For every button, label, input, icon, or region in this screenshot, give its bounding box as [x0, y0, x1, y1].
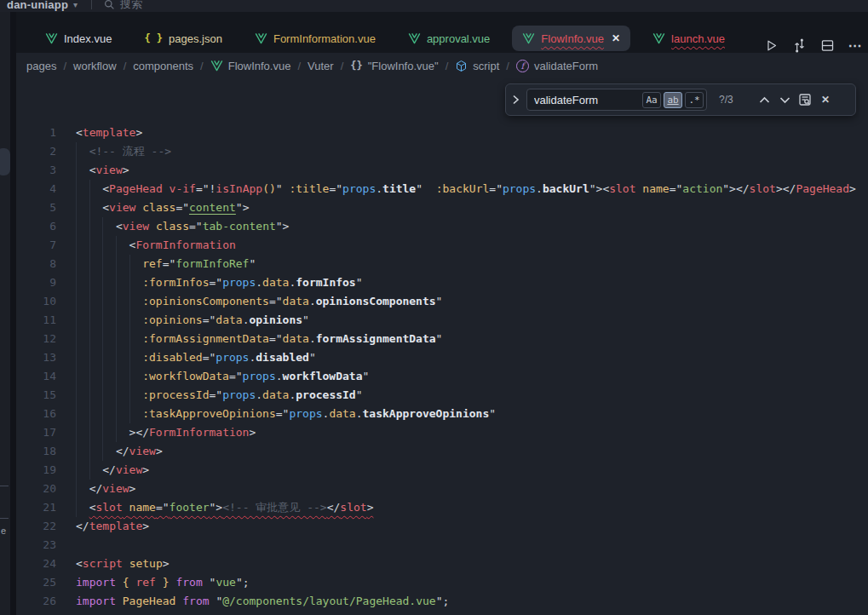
indent-guide — [76, 236, 89, 255]
code-line-2[interactable]: 2<!-- 流程 --> — [16, 142, 868, 161]
code-line-1[interactable]: 1<template> — [16, 124, 868, 142]
code-line-18[interactable]: 18</view> — [16, 442, 868, 461]
tab-pages.json[interactable]: { }pages.json — [134, 26, 233, 51]
code-line-20[interactable]: 20</view> — [16, 480, 868, 498]
token: =" — [189, 220, 203, 233]
breadcrumb-item-pages[interactable]: pages — [26, 60, 56, 72]
code-line-23[interactable]: 23 — [16, 536, 868, 555]
token: . — [256, 388, 262, 401]
code-line-11[interactable]: 11:opinions="data.opinions" — [16, 311, 868, 330]
token — [156, 576, 163, 589]
breadcrumb-item-workflow[interactable]: workflow — [73, 60, 117, 72]
token: =" — [276, 407, 290, 420]
breadcrumb-item-FlowInfo.vue[interactable]: {}"FlowInfo.vue" — [350, 60, 438, 72]
breadcrumb-separator: / — [297, 60, 301, 72]
code-line-19[interactable]: 19</view> — [16, 461, 868, 480]
token: action — [682, 182, 722, 195]
code-line-13[interactable]: 13:disabled="props.disabled" — [16, 348, 868, 367]
tab-approval.vue[interactable]: approval.vue — [398, 26, 500, 51]
code-tokens: :taskApproveOpinions="props.data.taskApp… — [142, 405, 496, 423]
breadcrumb-item-script[interactable]: script — [455, 60, 499, 72]
code-line-17[interactable]: 17></FormInformation> — [16, 423, 868, 442]
indent-guide — [116, 292, 129, 311]
tab-launch.vue[interactable]: launch.vue — [642, 26, 735, 51]
indent-guide — [116, 236, 129, 255]
more-actions-button[interactable]: ⋯ — [848, 37, 863, 53]
code-line-15[interactable]: 15:processId="props.data.processId" — [16, 386, 868, 405]
sidebar-selected-item[interactable] — [0, 148, 10, 175]
global-search[interactable]: 搜索 — [104, 0, 142, 12]
indent-guide — [102, 367, 116, 386]
close-find-button[interactable]: ✕ — [818, 92, 833, 107]
token: script — [83, 557, 123, 570]
match-case-toggle[interactable]: Aa — [642, 92, 661, 108]
code-line-12[interactable]: 12:formAssignmentData="data.formAssignme… — [16, 330, 868, 348]
token: > — [249, 426, 256, 439]
tab-FlowInfo.vue[interactable]: FlowInfo.vue✕ — [512, 26, 630, 51]
code-line-3[interactable]: 3<view> — [16, 161, 868, 180]
code-line-content: :formAssignmentData="data.formAssignment… — [76, 330, 442, 348]
code-line-content: :opinionsComponents="data.opinionsCompon… — [76, 292, 442, 311]
indent-guide — [76, 273, 89, 292]
tab-Index.vue[interactable]: Index.vue — [35, 26, 122, 51]
code-line-24[interactable]: 24<script setup> — [16, 555, 868, 573]
next-match-button[interactable] — [777, 92, 792, 107]
code-line-4[interactable]: 4<PageHead v-if="!isInApp()" :title="pro… — [16, 180, 868, 198]
code-line-26[interactable]: 26import PageHead from "@/components/lay… — [16, 592, 868, 611]
sidebar-sash[interactable] — [10, 12, 16, 615]
close-icon[interactable]: ✕ — [612, 32, 620, 44]
code-editor[interactable]: 1<template>2<!-- 流程 -->3<view>4<PageHead… — [16, 78, 868, 615]
breadcrumb-item-validateForm[interactable]: fvalidateForm — [516, 60, 598, 72]
code-line-5[interactable]: 5<view class="content"> — [16, 198, 868, 217]
breadcrumb-label: components — [133, 60, 193, 72]
code-line-8[interactable]: 8ref="formInfoRef" — [16, 255, 868, 273]
breadcrumb-item-Vuter[interactable]: Vuter — [308, 60, 334, 72]
run-button[interactable] — [763, 37, 779, 53]
breadcrumb-label: "FlowInfo.vue" — [368, 60, 439, 72]
code-line-21[interactable]: 21<slot name="footer"><!-- 审批意见 --></slo… — [16, 498, 868, 517]
indent-guide — [116, 423, 129, 442]
indent-guide — [129, 386, 143, 405]
indent-guide — [89, 405, 103, 423]
indent-guide — [76, 423, 89, 442]
token: :opinions — [142, 313, 202, 326]
code-line-6[interactable]: 6<view class="tab-content"> — [16, 217, 868, 236]
toggle-replace-button[interactable] — [511, 90, 523, 109]
token: formInfoRef — [175, 257, 249, 270]
open-changes-button[interactable] — [791, 37, 807, 53]
token: . — [309, 295, 316, 308]
whole-word-toggle[interactable]: ab — [664, 92, 682, 108]
breadcrumb-item-components[interactable]: components — [133, 60, 193, 72]
code-line-9[interactable]: 9:formInfos="props.data.formInfos" — [16, 273, 868, 292]
split-editor-button[interactable] — [819, 37, 835, 53]
code-line-14[interactable]: 14:workflowData="props.workflowData" — [16, 367, 868, 386]
token: view — [109, 201, 135, 214]
indent-guide — [76, 198, 89, 217]
code-line-22[interactable]: 22</template> — [16, 517, 868, 536]
line-number: 14 — [16, 367, 56, 386]
indent-guide — [89, 236, 103, 255]
token: " — [309, 351, 316, 364]
code-line-7[interactable]: 7<FormInformation — [16, 236, 868, 255]
code-tokens: import PageHead from "@/components/layou… — [76, 592, 449, 611]
find-in-selection-button[interactable] — [797, 92, 813, 107]
indent-guide — [76, 142, 89, 161]
breadcrumb-item-FlowInfo.vue[interactable]: FlowInfo.vue — [210, 60, 291, 72]
chevron-down-icon: ▾ — [73, 0, 78, 9]
token: =" — [329, 182, 342, 195]
code-line-25[interactable]: 25import { ref } from "vue"; — [16, 573, 868, 592]
code-line-content: ></FormInformation> — [76, 423, 256, 442]
previous-match-button[interactable] — [756, 92, 772, 107]
regex-toggle[interactable]: .* — [685, 92, 704, 108]
tab-FormInformation.vue[interactable]: FormInformation.vue — [244, 26, 386, 51]
indent-guide — [129, 367, 143, 386]
project-name[interactable]: dan-uniapp — [7, 0, 68, 11]
code-line-10[interactable]: 10:opinionsComponents="data.opinionsComp… — [16, 292, 868, 311]
find-input[interactable] — [534, 94, 640, 106]
indent-guide — [102, 311, 116, 330]
line-number: 17 — [16, 423, 56, 442]
line-number: 6 — [16, 217, 56, 236]
play-icon — [764, 38, 779, 53]
token: </ — [76, 520, 89, 532]
code-line-16[interactable]: 16:taskApproveOpinions="props.data.taskA… — [16, 405, 868, 423]
